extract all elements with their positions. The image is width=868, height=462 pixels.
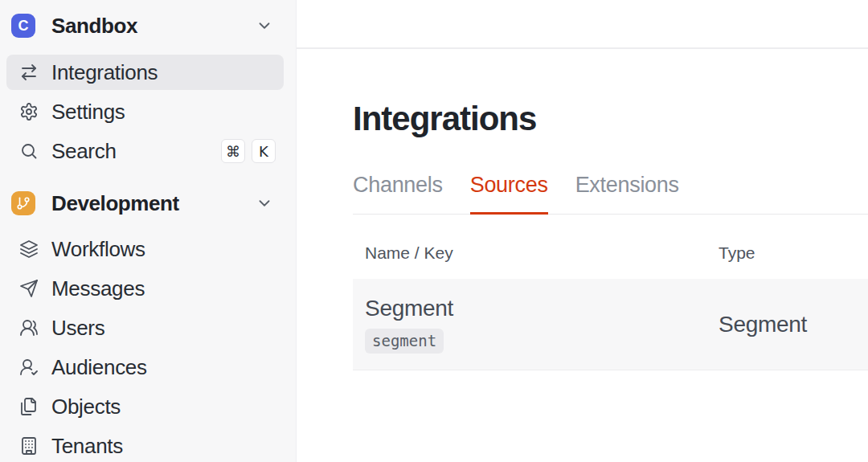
- source-key-badge: segment: [365, 329, 444, 354]
- table-header: Name / Key Type: [353, 215, 868, 279]
- column-header-type: Type: [719, 243, 755, 263]
- copy-pages-icon: [19, 397, 39, 416]
- main-area: Integrations Channels Sources Extensions…: [297, 0, 868, 462]
- name-key-cell: Segment segment: [353, 296, 719, 354]
- sidebar-item-label: Messages: [51, 276, 145, 301]
- layers-icon: [19, 239, 39, 259]
- sidebar-item-label: Audiences: [51, 355, 147, 380]
- sidebar-item-audiences[interactable]: Audiences: [6, 350, 284, 385]
- tab-extensions[interactable]: Extensions: [575, 173, 679, 215]
- sources-table: Name / Key Type Segment segment Segment: [353, 215, 868, 370]
- k-keycap: K: [252, 139, 276, 163]
- chevron-down-icon: [256, 17, 273, 35]
- sidebar-item-workflows[interactable]: Workflows: [6, 231, 284, 267]
- page-title: Integrations: [353, 100, 868, 137]
- sidebar: C Sandbox Integrations Settings Search: [0, 0, 297, 462]
- sidebar-item-search[interactable]: Search ⌘ K: [6, 133, 284, 169]
- users-icon: [19, 318, 39, 337]
- swap-arrows-icon: [19, 63, 39, 82]
- sidebar-section-label: Development: [51, 191, 256, 216]
- search-icon: [19, 141, 39, 161]
- gear-icon: [19, 102, 39, 121]
- tab-bar: Channels Sources Extensions: [353, 173, 868, 215]
- workspace-switcher[interactable]: C Sandbox: [0, 11, 296, 40]
- source-name: Segment: [365, 296, 453, 321]
- tab-sources[interactable]: Sources: [470, 173, 548, 215]
- app-window: C Sandbox Integrations Settings Search: [0, 0, 868, 462]
- sidebar-item-tenants[interactable]: Tenants: [6, 428, 284, 462]
- sidebar-item-label: Objects: [51, 395, 121, 419]
- top-bar: [297, 0, 868, 49]
- search-shortcut: ⌘ K: [221, 139, 276, 163]
- sidebar-item-integrations[interactable]: Integrations: [6, 55, 284, 90]
- user-check-icon: [19, 358, 39, 377]
- git-branch-icon: [11, 191, 35, 215]
- sidebar-item-label: Workflows: [51, 237, 145, 262]
- type-cell: Segment: [719, 312, 807, 337]
- sidebar-item-users[interactable]: Users: [6, 310, 284, 345]
- workspace-logo: C: [11, 14, 35, 38]
- sidebar-item-label: Tenants: [51, 434, 123, 459]
- sidebar-item-settings[interactable]: Settings: [6, 94, 284, 129]
- sidebar-item-label: Settings: [51, 100, 125, 125]
- sidebar-item-label: Search: [51, 139, 117, 164]
- sidebar-section-development[interactable]: Development: [0, 186, 296, 221]
- sidebar-item-label: Integrations: [51, 60, 158, 85]
- chevron-down-icon: [256, 194, 273, 212]
- column-header-name-key: Name / Key: [353, 243, 719, 263]
- main-content: Integrations Channels Sources Extensions…: [297, 49, 868, 370]
- tab-channels[interactable]: Channels: [353, 173, 443, 215]
- command-keycap: ⌘: [221, 139, 245, 163]
- sidebar-item-objects[interactable]: Objects: [6, 389, 284, 424]
- sidebar-item-label: Users: [51, 316, 104, 341]
- table-row[interactable]: Segment segment Segment: [353, 279, 868, 370]
- workspace-name: Sandbox: [51, 14, 256, 39]
- building-icon: [19, 436, 39, 456]
- paper-plane-icon: [19, 279, 39, 298]
- sidebar-item-messages[interactable]: Messages: [6, 271, 284, 306]
